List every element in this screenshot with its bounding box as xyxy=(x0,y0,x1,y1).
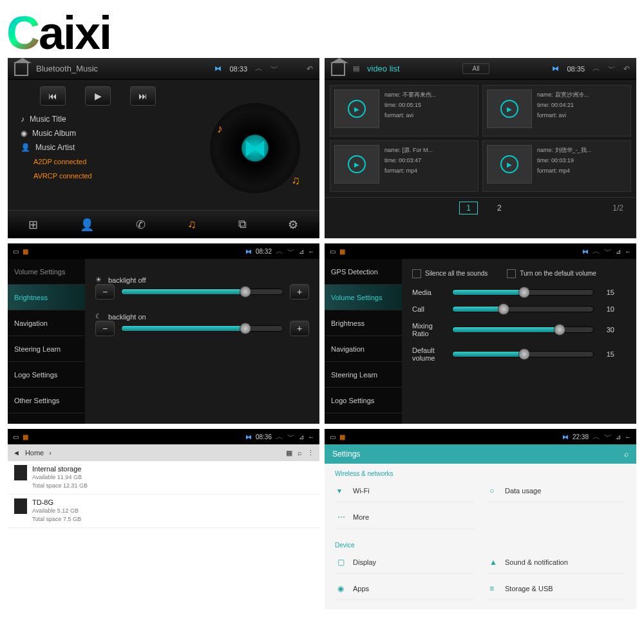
up-icon[interactable]: ︿ xyxy=(592,63,600,74)
settings-item-label: Apps xyxy=(353,585,369,592)
settings-item-label: Display xyxy=(353,558,376,566)
panel-bluetooth-music: Bluetooth_Music ⧓ 08:33 ︿ ﹀ ↶ ⏮ ▶ ⏭ ♪Mus… xyxy=(8,58,319,238)
down-icon[interactable]: ﹀ xyxy=(287,431,295,442)
wifi-icon: ⊿ xyxy=(616,248,621,255)
silence-checkbox[interactable] xyxy=(412,269,421,278)
down-icon[interactable]: ﹀ xyxy=(287,246,295,257)
back-icon[interactable]: ← xyxy=(308,433,314,440)
settings-item-icon: ◉ xyxy=(337,584,346,593)
sidebar-item-volume[interactable]: Volume Settings xyxy=(325,285,402,310)
minus-button[interactable]: − xyxy=(95,284,115,299)
menu-icon[interactable]: ⋮ xyxy=(307,449,314,457)
settings-item[interactable]: ⋯More xyxy=(335,506,474,529)
settings-item[interactable]: ▾Wi-Fi xyxy=(335,480,474,502)
settings-item-label: Sound & notification xyxy=(505,558,568,566)
up-icon[interactable]: ︿ xyxy=(276,246,283,257)
search-icon[interactable]: ⌕ xyxy=(624,450,629,459)
sidebar-item-logo[interactable]: Logo Settings xyxy=(325,388,402,413)
home-icon[interactable] xyxy=(14,62,28,76)
settings-item[interactable]: ≡Storage & USB xyxy=(487,578,626,600)
storage-item[interactable]: TD-8GAvailable 5.12 GBTotal space 7.5 GB xyxy=(8,495,319,528)
backlight-on-label: backlight on xyxy=(108,313,146,321)
up-icon[interactable]: ︿ xyxy=(255,63,263,74)
app-icon: ▦ xyxy=(23,433,28,440)
video-thumbnail: ▶ xyxy=(334,90,379,128)
vol-slider[interactable] xyxy=(452,306,594,312)
contacts-icon[interactable]: 👤 xyxy=(80,218,94,232)
storage-available: Available 5.12 GB xyxy=(32,507,81,515)
vol-label: Media xyxy=(412,289,444,296)
down-icon[interactable]: ﹀ xyxy=(608,63,616,74)
sidebar-item-other[interactable]: Other Settings xyxy=(8,388,85,413)
music-tab-icon[interactable]: ♫ xyxy=(187,218,196,231)
plus-button[interactable]: + xyxy=(290,284,309,299)
vol-slider[interactable] xyxy=(452,327,594,333)
video-item[interactable]: ▶ name: 不要再来伤...time: 00:05:15formart: a… xyxy=(330,85,478,137)
storage-item[interactable]: Internal storageAvailable 11.94 GBTotal … xyxy=(8,461,319,495)
down-icon[interactable]: ﹀ xyxy=(604,431,612,442)
settings-item[interactable]: ▢Display xyxy=(335,551,474,574)
sidebar-item-navigation[interactable]: Navigation xyxy=(8,310,85,336)
play-button[interactable]: ▶ xyxy=(85,86,111,106)
back-button[interactable]: ◄ xyxy=(13,449,20,457)
vol-label: Default volume xyxy=(412,346,444,362)
home-icon[interactable] xyxy=(331,62,345,76)
minus-button[interactable]: − xyxy=(95,321,115,336)
sidebar-item-brightness[interactable]: Brightness xyxy=(8,285,85,310)
panel-settings: ▭ ▦ ⧓ 22:38 ︿ ﹀ ⊿ ← Settings⌕ Wireless &… xyxy=(325,429,636,609)
back-icon[interactable]: ↶ xyxy=(307,64,313,73)
dash-icon: ▭ xyxy=(330,433,336,440)
up-icon[interactable]: ︿ xyxy=(276,431,283,442)
view-icon[interactable]: ▦ xyxy=(286,449,292,457)
vol-slider[interactable] xyxy=(452,289,594,296)
page-1[interactable]: 1 xyxy=(459,202,478,214)
page-2[interactable]: 2 xyxy=(497,204,502,213)
section-device: Device xyxy=(335,542,626,549)
up-icon[interactable]: ︿ xyxy=(592,431,600,442)
next-button[interactable]: ⏭ xyxy=(130,86,156,106)
prev-button[interactable]: ⏮ xyxy=(40,86,66,106)
panel-volume: ▭ ▦ ⧓ ︿ ﹀ ⊿ ← GPS Detection Volume Setti… xyxy=(325,243,636,424)
sidebar-item-brightness[interactable]: Brightness xyxy=(325,310,402,336)
settings-icon[interactable]: ⚙ xyxy=(288,218,298,232)
video-item[interactable]: ▶ name: 寂寞沙洲冷...time: 00:04:21formart: a… xyxy=(482,85,631,137)
settings-item[interactable]: ◉Apps xyxy=(335,578,474,600)
dash-icon: ▭ xyxy=(330,248,336,255)
brightness-off-slider[interactable] xyxy=(121,289,283,295)
settings-item[interactable]: ○Data usage xyxy=(487,480,626,502)
settings-item-icon: ▢ xyxy=(337,558,346,567)
video-time: time: 00:03:47 xyxy=(384,155,474,166)
filter-all[interactable]: All xyxy=(462,63,489,74)
breadcrumb-home[interactable]: Home xyxy=(25,449,44,457)
back-icon[interactable]: ↶ xyxy=(623,64,630,73)
up-icon[interactable]: ︿ xyxy=(592,246,600,257)
call-icon[interactable]: ✆ xyxy=(136,218,146,232)
brightness-on-slider[interactable] xyxy=(121,325,283,332)
video-item[interactable]: ▶ name: [源. For M...time: 00:03:47formar… xyxy=(330,140,478,192)
status-time: 22:38 xyxy=(573,433,589,440)
sidebar-item-logo[interactable]: Logo Settings xyxy=(8,362,85,388)
sidebar-item-navigation[interactable]: Navigation xyxy=(325,336,402,362)
down-icon[interactable]: ﹀ xyxy=(270,63,278,74)
vol-value: 15 xyxy=(601,289,614,296)
default-vol-checkbox[interactable] xyxy=(507,269,516,278)
storage-icon xyxy=(14,465,27,480)
bluetooth-icon: ⧓ xyxy=(245,248,252,255)
plus-button[interactable]: + xyxy=(290,321,309,336)
video-time: time: 00:04:21 xyxy=(537,100,627,110)
back-icon[interactable]: ← xyxy=(625,248,631,255)
search-icon[interactable]: ⌕ xyxy=(298,449,302,457)
back-icon[interactable]: ← xyxy=(308,248,314,255)
settings-item[interactable]: ▲Sound & notification xyxy=(487,551,626,574)
keypad-icon[interactable]: ⊞ xyxy=(28,218,38,232)
moon-icon: ☾ xyxy=(95,312,102,321)
sidebar-item-steering[interactable]: Steering Learn xyxy=(8,336,85,362)
sd-icon[interactable]: ▤ xyxy=(353,64,359,73)
sidebar-item-steering[interactable]: Steering Learn xyxy=(325,362,402,388)
back-icon[interactable]: ← xyxy=(625,433,631,440)
vol-slider[interactable] xyxy=(452,351,594,357)
sidebar-item-gps[interactable]: GPS Detection xyxy=(325,259,402,285)
link-icon[interactable]: ⧉ xyxy=(238,218,247,231)
down-icon[interactable]: ﹀ xyxy=(604,246,612,257)
video-item[interactable]: ▶ name: 刘德华_-_我...time: 00:03:19formart:… xyxy=(482,140,631,192)
